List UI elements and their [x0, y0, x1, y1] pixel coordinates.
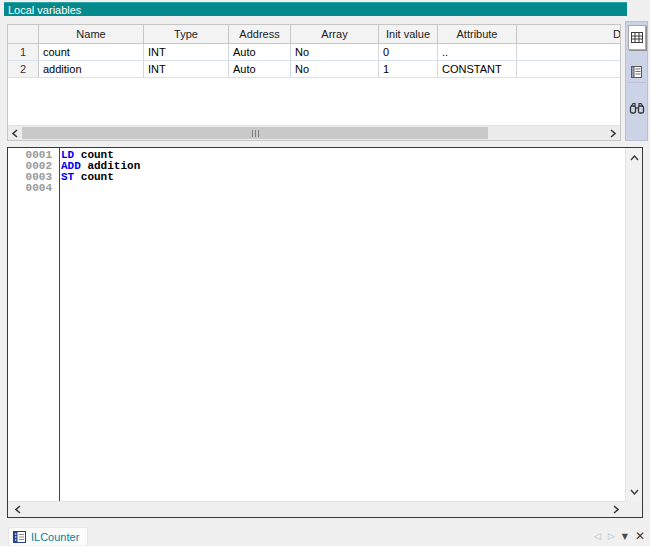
scroll-left-button[interactable]	[10, 502, 25, 517]
il-operand: count	[81, 171, 114, 183]
table-row[interactable]: 2 addition INT Auto No 1 CONSTANT	[8, 61, 620, 78]
cell-array[interactable]: No	[291, 61, 379, 77]
gutter-separator	[59, 148, 60, 501]
thumb-grip	[252, 130, 253, 137]
col-header-address[interactable]: Address	[229, 25, 291, 43]
il-code-editor[interactable]: 0001 LD count 0002 ADD addition 0003 ST …	[7, 147, 643, 518]
scroll-up-button[interactable]	[626, 150, 642, 165]
row-number[interactable]: 1	[8, 44, 39, 60]
cell-name[interactable]: count	[39, 44, 144, 60]
cell-init-value[interactable]: 0	[379, 44, 438, 60]
cell-name[interactable]: addition	[39, 61, 144, 77]
scroll-left-button[interactable]	[8, 126, 22, 140]
panel-title-bar[interactable]: Local variables	[4, 2, 627, 16]
panel-title: Local variables	[8, 4, 81, 16]
chevron-up-icon	[630, 155, 639, 161]
grid-view-button[interactable]	[628, 25, 646, 50]
cell-array[interactable]: No	[291, 44, 379, 60]
table-row[interactable]: 1 count INT Auto No 0 ..	[8, 44, 620, 61]
chevron-left-icon	[12, 129, 18, 138]
binoculars-icon	[629, 102, 645, 115]
cell-address[interactable]: Auto	[229, 44, 291, 60]
scroll-right-button[interactable]	[606, 126, 620, 140]
scrollbar-corner	[625, 501, 642, 517]
local-variables-table: Name Type Address Array Init value Attri…	[7, 24, 621, 141]
table-horizontal-scrollbar[interactable]	[8, 125, 620, 140]
chevron-left-icon	[15, 505, 21, 514]
cell-address[interactable]: Auto	[229, 61, 291, 77]
scroll-right-button[interactable]	[608, 502, 623, 517]
code-line[interactable]: 0003 ST count	[8, 172, 625, 183]
grid-view-icon	[631, 32, 643, 43]
table-header-row: Name Type Address Array Init value Attri…	[8, 25, 620, 44]
row-number[interactable]: 2	[8, 61, 39, 77]
cell-last[interactable]	[517, 44, 621, 60]
tab-list-dropdown-icon[interactable]: ▼	[622, 532, 628, 541]
col-header-attribute[interactable]: Attribute	[438, 25, 517, 43]
variable-list-button[interactable]	[627, 62, 646, 83]
col-header-init-value[interactable]: Init value	[379, 25, 438, 43]
col-header-rownum[interactable]	[8, 25, 39, 43]
next-tab-icon[interactable]: ▷	[608, 531, 615, 541]
chevron-right-icon	[613, 505, 619, 514]
cell-type[interactable]: INT	[144, 44, 229, 60]
code-line[interactable]: 0004	[8, 183, 625, 194]
tab-ilcounter[interactable]: ILCounter	[8, 527, 88, 545]
cell-init-value[interactable]: 1	[379, 61, 438, 77]
line-number: 0004	[8, 183, 56, 194]
scrollbar-thumb[interactable]	[22, 127, 488, 139]
col-header-clipped[interactable]: D	[517, 25, 621, 43]
cell-attribute[interactable]: ..	[438, 44, 517, 60]
close-tab-icon[interactable]: ✕	[635, 529, 645, 543]
cell-last[interactable]	[517, 61, 621, 77]
il-keyword: ST	[61, 171, 74, 183]
cell-type[interactable]: INT	[144, 61, 229, 77]
view-toolbar	[625, 21, 648, 141]
previous-tab-icon[interactable]: ◁	[594, 531, 601, 541]
editor-vertical-scrollbar[interactable]	[625, 148, 642, 501]
variable-list-icon	[630, 65, 643, 79]
editor-horizontal-scrollbar[interactable]	[8, 501, 625, 517]
code-area[interactable]: 0001 LD count 0002 ADD addition 0003 ST …	[8, 148, 625, 501]
chevron-down-icon	[630, 489, 639, 495]
cell-attribute[interactable]: CONSTANT	[438, 61, 517, 77]
il-program-icon	[13, 531, 26, 543]
scroll-down-button[interactable]	[626, 484, 642, 499]
col-header-type[interactable]: Type	[144, 25, 229, 43]
tab-label: ILCounter	[31, 531, 79, 543]
tab-navigation: ◁ ▷ ▼ ✕	[594, 529, 645, 543]
chevron-right-icon	[610, 129, 616, 138]
col-header-array[interactable]: Array	[291, 25, 379, 43]
watch-button[interactable]	[626, 96, 647, 120]
col-header-name[interactable]: Name	[39, 25, 144, 43]
